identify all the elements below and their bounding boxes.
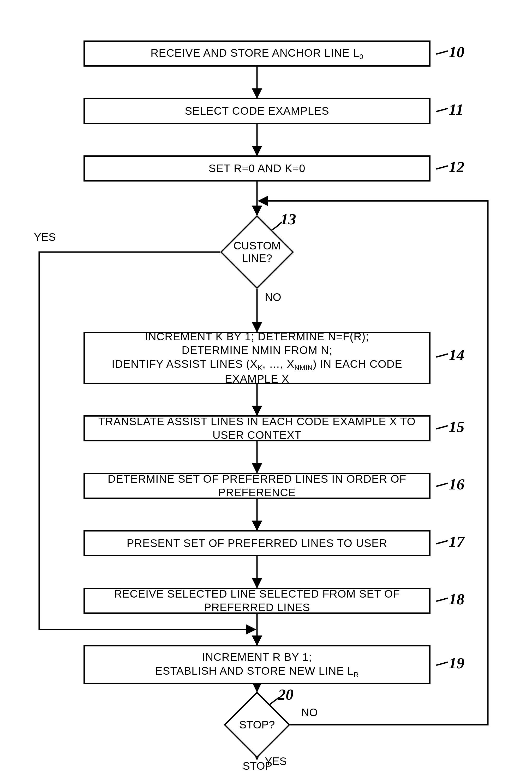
ref-label-14: 14 — [449, 346, 464, 364]
ref-label-12: 12 — [449, 158, 464, 176]
ref-label-16: 16 — [449, 475, 464, 493]
ref-label-18: 18 — [449, 590, 464, 608]
ref-label-11: 11 — [449, 100, 464, 118]
flow-step-10: RECEIVE AND STORE ANCHOR LINE L0 — [83, 40, 431, 67]
flow-step-16: DETERMINE SET OF PREFERRED LINES IN ORDE… — [83, 473, 431, 499]
ref-label-13: 13 — [280, 210, 296, 228]
flow-step-15: TRANSLATE ASSIST LINES IN EACH CODE EXAM… — [83, 415, 431, 441]
flow-step-17: PRESENT SET OF PREFERRED LINES TO USER — [83, 530, 431, 556]
flow-step-12: SET R=0 AND K=0 — [83, 155, 431, 181]
edge-yes-top: YES — [34, 231, 56, 243]
edge-no-top: NO — [265, 291, 281, 303]
flow-step-19: INCREMENT R BY 1;ESTABLISH AND STORE NEW… — [83, 645, 431, 684]
ref-label-20: 20 — [278, 686, 294, 704]
ref-label-19: 19 — [449, 654, 464, 672]
ref-label-10: 10 — [449, 43, 464, 61]
flow-decision-label-20: STOP? — [224, 719, 290, 731]
edge-no-bottom: NO — [301, 707, 318, 719]
flow-step-18: RECEIVE SELECTED LINE SELECTED FROM SET … — [83, 588, 431, 614]
flow-step-14: INCREMENT K BY 1; DETERMINE N=F(R);DETER… — [83, 332, 431, 384]
ref-label-17: 17 — [449, 533, 464, 551]
flow-step-11: SELECT CODE EXAMPLES — [83, 98, 431, 124]
ref-label-15: 15 — [449, 418, 464, 436]
flow-decision-label-13: CUSTOM LINE? — [220, 240, 294, 265]
edge-yes-bottom: YES — [265, 755, 287, 767]
